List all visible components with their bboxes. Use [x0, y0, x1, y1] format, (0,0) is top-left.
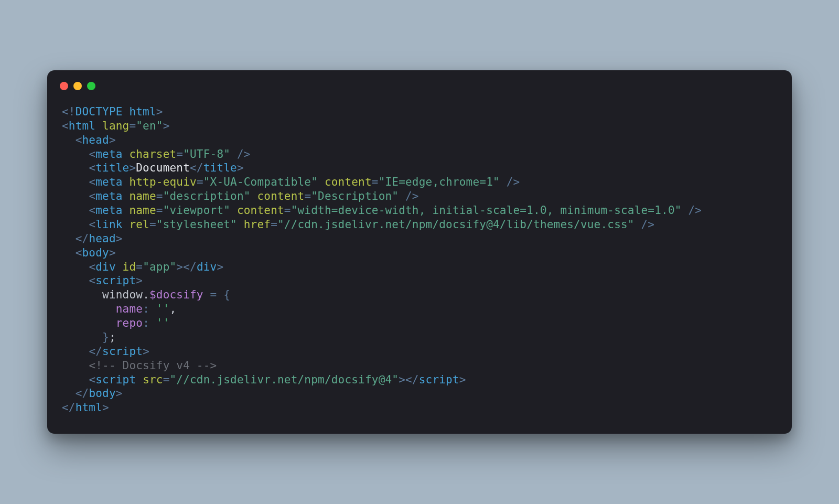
code-window: <!DOCTYPE html><html lang="en"> <head> <… [47, 70, 792, 434]
code-line: <script src="//cdn.jsdelivr.net/npm/docs… [62, 373, 777, 387]
code-line: <title>Document</title> [62, 161, 777, 175]
code-line: window.$docsify = { [62, 288, 777, 302]
code-line: repo: '' [62, 316, 777, 330]
code-line: </script> [62, 345, 777, 359]
code-line: <body> [62, 246, 777, 260]
code-line: </head> [62, 232, 777, 246]
code-line: <meta name="description" content="Descri… [62, 189, 777, 203]
minimize-icon[interactable] [73, 82, 82, 90]
window-titlebar [47, 70, 792, 95]
code-line: <link rel="stylesheet" href="//cdn.jsdel… [62, 218, 777, 232]
code-line: <meta name="viewport" content="width=dev… [62, 203, 777, 218]
code-line: <meta charset="UTF-8" /> [62, 147, 777, 162]
code-line: </html> [62, 401, 777, 415]
code-line: <meta http-equiv="X-UA-Compatible" conte… [62, 175, 777, 189]
code-line: </body> [62, 387, 777, 401]
code-line: name: '', [62, 302, 777, 316]
code-block: <!DOCTYPE html><html lang="en"> <head> <… [47, 95, 792, 419]
code-line: <!DOCTYPE html> [62, 105, 777, 119]
maximize-icon[interactable] [87, 82, 95, 90]
code-line: }; [62, 330, 777, 345]
code-line: <script> [62, 274, 777, 288]
code-line: <head> [62, 133, 777, 147]
code-line: <html lang="en"> [62, 119, 777, 133]
close-icon[interactable] [60, 82, 68, 90]
code-line: <!-- Docsify v4 --> [62, 359, 777, 373]
code-line: <div id="app"></div> [62, 260, 777, 274]
